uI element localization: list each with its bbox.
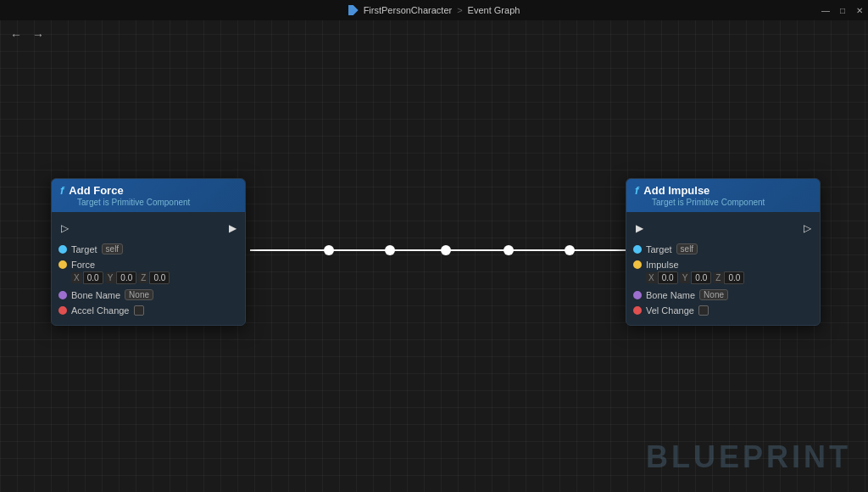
minimize-button[interactable]: — xyxy=(817,0,834,20)
force-x-label: X xyxy=(71,272,82,283)
add-impulse-header: f Add Impulse Target is Primitive Compon… xyxy=(626,179,820,212)
add-impulse-title-row: f Add Impulse xyxy=(635,184,811,197)
force-x-field[interactable]: X 0.0 xyxy=(71,271,103,284)
add-impulse-target-row: Target self xyxy=(626,241,820,257)
add-impulse-body: ▶ ▷ Target self Impulse X 0.0 xyxy=(626,212,820,325)
add-force-accel-pin[interactable] xyxy=(58,306,67,315)
add-impulse-subtitle: Target is Primitive Component xyxy=(635,198,811,207)
add-force-accel-checkbox[interactable] xyxy=(134,305,144,316)
title-bar: FirstPersonCharacter > Event Graph — □ ✕ xyxy=(0,0,868,20)
add-impulse-title: Add Impulse xyxy=(643,184,709,197)
force-z-label: Z xyxy=(138,272,148,283)
add-force-exec-row: ▷ ▶ xyxy=(52,219,245,238)
breadcrumb-title: FirstPersonCharacter xyxy=(364,5,453,15)
impulse-z-field[interactable]: Z 0.0 xyxy=(713,271,744,284)
force-x-value[interactable]: 0.0 xyxy=(83,271,103,284)
add-impulse-impulse-pin[interactable] xyxy=(633,260,642,269)
add-force-title: Add Force xyxy=(69,184,123,197)
impulse-x-value[interactable]: 0.0 xyxy=(658,271,678,284)
add-impulse-exec-row: ▶ ▷ xyxy=(626,219,820,238)
add-force-force-label: Force xyxy=(71,260,95,270)
force-z-value[interactable]: 0.0 xyxy=(149,271,170,284)
add-force-target-row: Target self xyxy=(52,241,245,257)
add-force-exec-in[interactable]: ▷ xyxy=(58,222,70,234)
add-force-node: f Add Force Target is Primitive Componen… xyxy=(51,178,246,326)
add-impulse-bonename-label: Bone Name xyxy=(646,290,695,300)
impulse-exec-in-arrow: ▶ xyxy=(636,222,643,234)
toolbar: ← → xyxy=(7,25,47,44)
force-y-label: Y xyxy=(105,272,116,283)
add-force-title-row: f Add Force xyxy=(60,184,236,197)
add-impulse-velchange-pin[interactable] xyxy=(633,306,642,315)
add-impulse-target-badge[interactable]: self xyxy=(676,243,698,254)
add-impulse-impulse-row: Impulse X 0.0 Y 0.0 Z 0.0 xyxy=(626,257,820,287)
add-force-header: f Add Force Target is Primitive Componen… xyxy=(52,179,245,212)
add-impulse-func-icon: f xyxy=(635,184,638,197)
impulse-y-field[interactable]: Y 0.0 xyxy=(680,271,712,284)
add-impulse-velchange-checkbox[interactable] xyxy=(698,305,709,316)
impulse-x-label: X xyxy=(646,272,657,283)
add-impulse-velchange-label: Vel Change xyxy=(646,305,694,316)
impulse-x-field[interactable]: X 0.0 xyxy=(646,271,678,284)
forward-button[interactable]: → xyxy=(29,25,47,44)
force-z-field[interactable]: Z 0.0 xyxy=(138,271,170,284)
add-force-func-icon: f xyxy=(60,184,64,197)
add-impulse-bonename-badge[interactable]: None xyxy=(699,289,728,300)
force-y-field[interactable]: Y 0.0 xyxy=(105,271,137,284)
add-force-accel-label: Accel Change xyxy=(71,305,130,316)
app-icon xyxy=(348,5,359,15)
back-button[interactable]: ← xyxy=(7,25,25,44)
add-force-target-label: Target xyxy=(71,244,97,254)
impulse-z-value[interactable]: 0.0 xyxy=(724,271,744,284)
add-force-target-pin[interactable] xyxy=(58,245,67,254)
close-button[interactable]: ✕ xyxy=(851,0,868,20)
breadcrumb-separator: > xyxy=(457,5,462,15)
add-impulse-exec-out[interactable]: ▷ xyxy=(801,222,813,234)
add-force-accel-row: Accel Change xyxy=(52,303,245,318)
exec-in-arrow: ▷ xyxy=(61,222,69,234)
add-impulse-exec-in[interactable]: ▶ xyxy=(633,222,645,234)
add-force-subtitle: Target is Primitive Component xyxy=(60,198,236,207)
maximize-button[interactable]: □ xyxy=(834,0,851,20)
add-force-exec-out[interactable]: ▶ xyxy=(226,222,238,234)
add-force-force-pin[interactable] xyxy=(58,260,67,269)
add-impulse-bonename-pin[interactable] xyxy=(633,291,642,299)
impulse-z-label: Z xyxy=(713,272,723,283)
breadcrumb-subtitle: Event Graph xyxy=(468,5,520,15)
add-force-bonename-badge[interactable]: None xyxy=(125,289,153,300)
add-impulse-velchange-row: Vel Change xyxy=(626,303,820,318)
window-controls[interactable]: — □ ✕ xyxy=(817,0,868,20)
add-impulse-target-label: Target xyxy=(646,244,672,254)
add-force-bonename-label: Bone Name xyxy=(71,290,120,300)
add-impulse-node: f Add Impulse Target is Primitive Compon… xyxy=(626,178,821,326)
impulse-exec-out-arrow: ▷ xyxy=(804,222,811,234)
add-force-target-badge[interactable]: self xyxy=(102,243,124,254)
add-force-bonename-row: Bone Name None xyxy=(52,287,245,303)
impulse-y-value[interactable]: 0.0 xyxy=(691,271,711,284)
force-y-value[interactable]: 0.0 xyxy=(116,271,136,284)
impulse-y-label: Y xyxy=(680,272,691,283)
add-impulse-target-pin[interactable] xyxy=(633,245,642,254)
exec-out-arrow: ▶ xyxy=(229,222,236,234)
add-impulse-bonename-row: Bone Name None xyxy=(626,287,820,303)
add-impulse-impulse-label: Impulse xyxy=(646,260,679,270)
add-force-bonename-pin[interactable] xyxy=(58,291,67,299)
add-force-force-row: Force X 0.0 Y 0.0 Z 0.0 xyxy=(52,257,245,287)
add-force-body: ▷ ▶ Target self Force X 0.0 xyxy=(52,212,245,325)
